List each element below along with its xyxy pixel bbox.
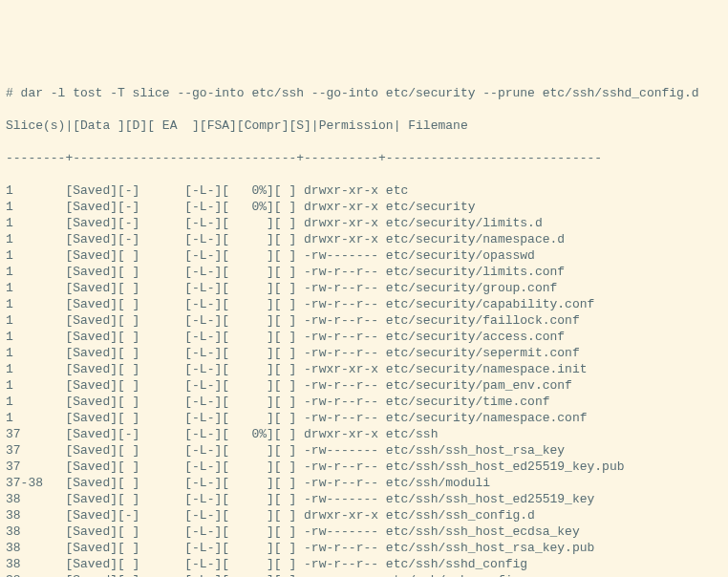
table-row: 37 [Saved][ ] [-L-][ ][ ] -rw------- etc… — [6, 442, 722, 459]
terminal-output: # dar -l tost -T slice --go-into etc/ssh… — [6, 69, 722, 577]
table-row: 1 [Saved][-] [-L-][ ][ ] drwxr-xr-x etc/… — [6, 215, 722, 231]
table-row: 1 [Saved][ ] [-L-][ ][ ] -rw-r--r-- etc/… — [6, 377, 722, 394]
table-row: 1 [Saved][ ] [-L-][ ][ ] -rw-r--r-- etc/… — [6, 394, 722, 410]
table-row: 38 [Saved][ ] [-L-][ ][ ] -rw------- etc… — [6, 524, 722, 540]
table-row: 1 [Saved][-] [-L-][ 0%][ ] drwxr-xr-x et… — [6, 199, 722, 215]
table-row: 38 [Saved][ ] [-L-][ ][ ] -rw------- etc… — [6, 491, 722, 507]
table-row: 37-38 [Saved][ ] [-L-][ ][ ] -rw-r--r-- … — [6, 475, 722, 491]
command-line: # dar -l tost -T slice --go-into etc/ssh… — [6, 85, 722, 101]
table-row: 1 [Saved][ ] [-L-][ ][ ] -rw-r--r-- etc/… — [6, 296, 722, 312]
table-body: 1 [Saved][-] [-L-][ 0%][ ] drwxr-xr-x et… — [6, 182, 722, 577]
table-row: 38 [Saved][ ] [-L-][ ][ ] -rw-r--r-- etc… — [6, 540, 722, 556]
table-row: 1 [Saved][ ] [-L-][ ][ ] -rw-r--r-- etc/… — [6, 312, 722, 329]
table-row: 1 [Saved][ ] [-L-][ ][ ] -rw-r--r-- etc/… — [6, 264, 722, 280]
table-row: 38 [Saved][-] [-L-][ ][ ] drwxr-xr-x etc… — [6, 507, 722, 524]
table-row: 37 [Saved][-] [-L-][ 0%][ ] drwxr-xr-x e… — [6, 426, 722, 442]
table-row: 1 [Saved][ ] [-L-][ ][ ] -rw------- etc/… — [6, 247, 722, 264]
table-row: 1 [Saved][-] [-L-][ 0%][ ] drwxr-xr-x et… — [6, 182, 722, 199]
table-row: 1 [Saved][ ] [-L-][ ][ ] -rw-r--r-- etc/… — [6, 280, 722, 296]
table-row: 37 [Saved][ ] [-L-][ ][ ] -rw-r--r-- etc… — [6, 459, 722, 475]
table-row: 1 [Saved][ ] [-L-][ ][ ] -rwxr-xr-x etc/… — [6, 361, 722, 377]
table-row: 38 [Saved][ ] [-L-][ ][ ] -rw-r--r-- etc… — [6, 572, 722, 577]
table-separator: --------+------------------------------+… — [6, 150, 722, 166]
table-row: 1 [Saved][ ] [-L-][ ][ ] -rw-r--r-- etc/… — [6, 329, 722, 345]
table-row: 1 [Saved][-] [-L-][ ][ ] drwxr-xr-x etc/… — [6, 231, 722, 247]
table-row: 1 [Saved][ ] [-L-][ ][ ] -rw-r--r-- etc/… — [6, 410, 722, 426]
table-row: 38 [Saved][ ] [-L-][ ][ ] -rw-r--r-- etc… — [6, 556, 722, 572]
table-header: Slice(s)|[Data ][D][ EA ][FSA][Compr][S]… — [6, 118, 722, 134]
table-row: 1 [Saved][ ] [-L-][ ][ ] -rw-r--r-- etc/… — [6, 345, 722, 361]
